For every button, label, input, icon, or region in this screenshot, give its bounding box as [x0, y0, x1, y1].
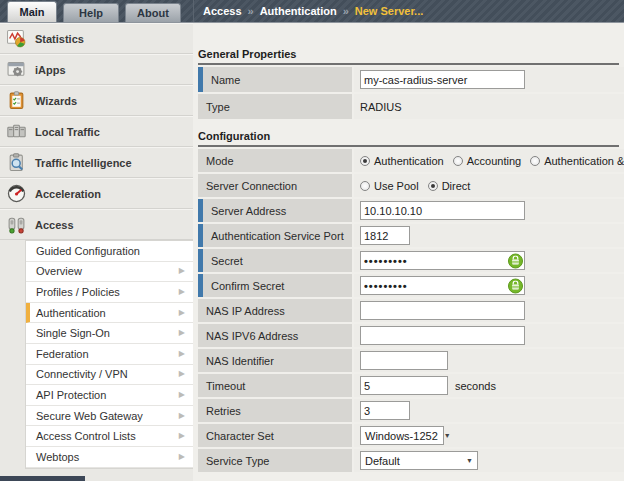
radio-button[interactable] — [360, 181, 370, 191]
submenu-item-webtops[interactable]: Webtops▶ — [26, 447, 193, 468]
server-connection-option-use-pool[interactable]: Use Pool — [360, 180, 419, 192]
radio-label: Direct — [442, 180, 471, 192]
submenu-item-secure-web-gateway[interactable]: Secure Web Gateway▶ — [26, 406, 193, 427]
tab-main[interactable]: Main — [7, 1, 57, 22]
chevron-right-icon: ▶ — [179, 370, 185, 378]
name-input[interactable] — [360, 70, 525, 89]
submenu-item-authentication[interactable]: Authentication▶ — [26, 303, 193, 324]
submenu-item-label: Access Control Lists — [36, 430, 136, 442]
confirm-secret-input[interactable] — [360, 276, 525, 295]
submenu-item-access-control-lists[interactable]: Access Control Lists▶ — [26, 426, 193, 447]
authentication-service-port-input[interactable] — [360, 226, 410, 245]
field-label-timeout: Timeout — [198, 374, 352, 397]
field-value-nas-ip-address — [354, 299, 624, 322]
radio-button-selected[interactable] — [428, 181, 438, 191]
iapps-icon — [6, 60, 26, 80]
field-value-server-connection: Use PoolDirect — [354, 174, 624, 197]
field-label-character-set: Character Set — [198, 424, 352, 447]
section-configuration: ConfigurationModeAuthenticationAccountin… — [198, 130, 624, 472]
field-value-type: RADIUS — [354, 94, 624, 119]
radio-label: Use Pool — [374, 180, 419, 192]
field-label-nas-identifier: NAS Identifier — [198, 349, 352, 372]
field-suffix-seconds: seconds — [455, 380, 496, 392]
sidebar-item-wizards[interactable]: Wizards — [0, 85, 193, 116]
sidebar-nav: StatisticsiAppsWizardsLocal TrafficTraff… — [0, 23, 193, 481]
sidebar-item-iapps[interactable]: iApps — [0, 54, 193, 85]
nas-ipv6-address-input[interactable] — [360, 326, 525, 345]
submenu-item-profiles-policies[interactable]: Profiles / Policies▶ — [26, 282, 193, 303]
tab-about[interactable]: About — [125, 3, 181, 22]
top-bar: Main Help About Access»Authentication»Ne… — [0, 0, 624, 23]
password-lock-icon[interactable] — [508, 278, 523, 293]
submenu-item-api-protection[interactable]: API Protection▶ — [26, 385, 193, 406]
bigip-admin-window: Main Help About Access»Authentication»Ne… — [0, 0, 624, 481]
select-value: Windows-1252 — [365, 430, 438, 442]
submenu-item-label: API Protection — [36, 389, 106, 401]
field-value-mode: AuthenticationAccountingAuthentication &… — [354, 149, 624, 172]
mode-option-authentication[interactable]: Authentication — [360, 155, 444, 167]
retries-input[interactable] — [360, 401, 410, 420]
server-address-input[interactable] — [360, 201, 525, 220]
radio-button[interactable] — [453, 156, 463, 166]
radio-label: Authentication — [374, 155, 444, 167]
field-label-authentication-service-port: Authentication Service Port — [198, 224, 352, 247]
form-row-server-address: Server Address — [198, 199, 624, 222]
form-row-type: TypeRADIUS — [198, 94, 624, 119]
timeout-input[interactable] — [360, 376, 448, 395]
nas-ip-address-input[interactable] — [360, 301, 525, 320]
radio-button-selected[interactable] — [360, 156, 370, 166]
form-row-timeout: Timeoutseconds — [198, 374, 624, 397]
section-title-general-properties: General Properties — [198, 48, 619, 65]
sidebar-item-label: Acceleration — [35, 188, 101, 200]
radio-button[interactable] — [530, 156, 540, 166]
chevron-down-icon: ▼ — [444, 432, 451, 439]
form-row-character-set: Character SetWindows-1252▼ — [198, 424, 624, 447]
field-label-mode: Mode — [198, 149, 352, 172]
password-lock-icon[interactable] — [508, 253, 523, 268]
form-row-mode: ModeAuthenticationAccountingAuthenticati… — [198, 149, 624, 172]
main-content: General PropertiesNameTypeRADIUSConfigur… — [193, 23, 624, 481]
submenu-item-label: Overview — [36, 265, 82, 277]
form-row-service-type: Service TypeDefault▼ — [198, 449, 624, 472]
secret-field — [360, 251, 525, 270]
sidebar-item-acceleration[interactable]: Acceleration — [0, 178, 193, 209]
nas-identifier-input[interactable] — [360, 351, 448, 370]
server-connection-option-direct[interactable]: Direct — [428, 180, 471, 192]
tab-help[interactable]: Help — [63, 3, 119, 22]
sidebar-item-statistics[interactable]: Statistics — [0, 23, 193, 54]
submenu-item-label: Single Sign-On — [36, 327, 110, 339]
form-row-authentication-service-port: Authentication Service Port — [198, 224, 624, 247]
chevron-right-icon: ▶ — [179, 329, 185, 337]
submenu-item-label: Guided Configuration — [36, 245, 140, 257]
form-row-nas-ip-address: NAS IP Address — [198, 299, 624, 322]
submenu-item-overview[interactable]: Overview▶ — [26, 262, 193, 283]
sidebar-item-traffic-intelligence[interactable]: Traffic Intelligence — [0, 147, 193, 178]
breadcrumb: Access»Authentication»New Server... — [193, 0, 624, 22]
submenu-item-federation[interactable]: Federation▶ — [26, 344, 193, 365]
section-title-configuration: Configuration — [198, 130, 619, 147]
field-value-nas-identifier — [354, 349, 624, 372]
mode-option-accounting[interactable]: Accounting — [453, 155, 521, 167]
submenu-item-connectivity-vpn[interactable]: Connectivity / VPN▶ — [26, 365, 193, 386]
breadcrumb-item-authentication[interactable]: Authentication — [260, 5, 337, 17]
field-value-authentication-service-port — [354, 224, 624, 247]
breadcrumb-item-access[interactable]: Access — [203, 5, 242, 17]
mode-option-authentication-accounting[interactable]: Authentication & Accounting — [530, 155, 624, 167]
submenu-item-label: Profiles / Policies — [36, 286, 120, 298]
tab-strip: Main Help About — [0, 0, 193, 22]
wizards-icon — [6, 91, 26, 111]
field-value-timeout: seconds — [354, 374, 624, 397]
sidebar-item-access[interactable]: Access — [0, 209, 193, 240]
field-label-confirm-secret: Confirm Secret — [198, 274, 352, 297]
service-type-select[interactable]: Default▼ — [360, 451, 478, 470]
section-general-properties: General PropertiesNameTypeRADIUS — [198, 48, 624, 119]
form-row-confirm-secret: Confirm Secret — [198, 274, 624, 297]
secret-input[interactable] — [360, 251, 525, 270]
radio-label: Authentication & Accounting — [544, 155, 624, 167]
acceleration-icon — [6, 184, 26, 204]
character-set-select[interactable]: Windows-1252▼ — [360, 426, 444, 445]
sidebar-item-local-traffic[interactable]: Local Traffic — [0, 116, 193, 147]
submenu-item-single-sign-on[interactable]: Single Sign-On▶ — [26, 323, 193, 344]
submenu-item-guided-configuration[interactable]: Guided Configuration — [26, 241, 193, 262]
field-label-server-connection: Server Connection — [198, 174, 352, 197]
